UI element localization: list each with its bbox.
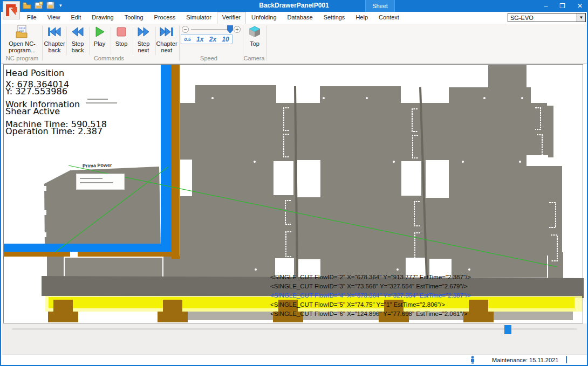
menu-item-process[interactable]: Process <box>149 12 181 24</box>
menu-item-verifier[interactable]: Verifier <box>217 12 246 24</box>
sheet-brand-label: Prima Power <box>83 162 112 168</box>
chevron-down-icon[interactable]: ▼ <box>577 13 585 22</box>
maximize-button[interactable]: ❒ <box>559 2 565 10</box>
menu-item-unfolding[interactable]: Unfolding <box>246 12 282 24</box>
menu-item-tooling[interactable]: Tooling <box>119 12 149 24</box>
step-back-label: Step back <box>67 40 88 53</box>
menu-item-settings[interactable]: Settings <box>318 12 351 24</box>
top-camera-label: Top <box>244 40 265 47</box>
nc-line-3-current: <SINGLE_CUT FlowID="4" X="678.364" Y="32… <box>270 292 471 300</box>
nc-line-5: <SINGLE_CUT FlowID="6" X="124.896" Y="77… <box>270 310 468 318</box>
menu-item-help[interactable]: Help <box>350 12 373 24</box>
context-tab-sheet[interactable]: Sheet <box>365 0 395 12</box>
play-button[interactable]: Play <box>90 25 110 47</box>
title-bar[interactable]: ▾ BackDrawerPanelP001 Sheet – ❒ ✕ <box>1 0 587 12</box>
chapter-next-button[interactable]: Chapter next <box>155 25 178 53</box>
timeline-thumb[interactable] <box>504 325 511 334</box>
timeline-area <box>2 323 588 354</box>
application-window: ▾ BackDrawerPanelP001 Sheet – ❒ ✕ File V… <box>0 0 588 366</box>
nc-file-icon: 1010010 <box>3 25 41 39</box>
timeline-track[interactable] <box>12 328 577 330</box>
group-label-camera: Camera <box>235 55 273 61</box>
play-label: Play <box>90 40 110 47</box>
part-tag <box>76 174 125 190</box>
close-button[interactable]: ✕ <box>577 2 583 10</box>
speed-slider-track[interactable] <box>191 29 232 30</box>
step-next-button[interactable]: Step next <box>133 25 154 53</box>
status-bar: Maintenance: 15.11.2021 <box>2 354 588 365</box>
group-label-commands: Commands <box>71 55 147 61</box>
speed-preset-1x[interactable]: 1x <box>196 36 203 43</box>
speed-preset-2x[interactable]: 2x <box>209 36 216 43</box>
group-label-nc-program: NC-program <box>3 55 41 61</box>
step-next-label: Step next <box>133 40 154 53</box>
menu-item-drawing[interactable]: Drawing <box>86 12 119 24</box>
window-title: BackDrawerPanelP001 <box>1 2 587 9</box>
rewind-icon <box>67 25 88 39</box>
speed-preset-05[interactable]: 0.5 <box>184 37 191 42</box>
speed-presets[interactable]: 0.5 1x 2x 10 <box>181 34 233 44</box>
machine-selector[interactable]: SG-EVO ▼ <box>508 13 586 22</box>
menu-item-context[interactable]: Context <box>373 12 405 24</box>
maintenance-date: Maintenance: 15.11.2021 <box>492 357 558 363</box>
chapter-back-label: Chapter back <box>44 40 65 53</box>
status-tick <box>566 356 567 363</box>
menu-item-edit[interactable]: Edit <box>65 12 86 24</box>
open-nc-program-label: Open NC-program... <box>3 40 41 53</box>
head-position-heading: Head Position <box>5 68 64 78</box>
fast-forward-icon <box>133 25 154 39</box>
camera-cube-icon <box>244 25 265 39</box>
ribbon-toolbar: 1010010 Open NC-program... Chapter back … <box>1 24 587 64</box>
speed-slider-thumb[interactable] <box>227 25 233 33</box>
maintenance-icon <box>469 356 476 364</box>
operation-time: Operation Time: 2.387 <box>5 126 102 136</box>
step-back-button[interactable]: Step back <box>67 25 88 53</box>
nc-line-2: <SINGLE_CUT FlowID="3" X="73.568" Y="327… <box>270 283 468 291</box>
open-nc-program-button[interactable]: 1010010 Open NC-program... <box>3 25 41 53</box>
head-position-y: Y: 327.553986 <box>5 86 67 96</box>
nc-line-4-highlighted: <SINGLE_CUT FlowID="5" X="74.75" Y="1" E… <box>270 301 445 309</box>
chapter-back-button[interactable]: Chapter back <box>44 25 65 53</box>
app-logo[interactable] <box>3 1 20 19</box>
stop-icon <box>111 25 132 39</box>
skip-to-end-icon <box>155 25 178 39</box>
speed-minus-button[interactable]: − <box>182 26 189 33</box>
top-camera-button[interactable]: Top <box>244 25 265 47</box>
group-label-speed: Speed <box>184 55 233 61</box>
play-icon <box>90 25 110 39</box>
menu-bar: File View Edit Drawing Tooling Process S… <box>1 12 587 24</box>
menu-item-database[interactable]: Database <box>282 12 318 24</box>
stop-button[interactable]: Stop <box>111 25 132 47</box>
menu-item-file[interactable]: File <box>22 12 42 24</box>
speed-plus-button[interactable]: + <box>234 26 241 33</box>
menu-item-simulator[interactable]: Simulator <box>181 12 216 24</box>
machine-selector-value: SG-EVO <box>510 15 534 21</box>
work-information-status: Shear Active <box>5 106 60 116</box>
chapter-next-label: Chapter next <box>155 40 178 53</box>
nc-line-1: <SINGLE_CUT FlowID="2" X="678.364" Y="91… <box>270 274 471 281</box>
speed-preset-10[interactable]: 10 <box>222 36 229 43</box>
minimize-button[interactable]: – <box>544 2 548 10</box>
skip-to-start-icon <box>44 25 65 39</box>
stop-label: Stop <box>111 40 132 47</box>
menu-item-view[interactable]: View <box>42 12 66 24</box>
